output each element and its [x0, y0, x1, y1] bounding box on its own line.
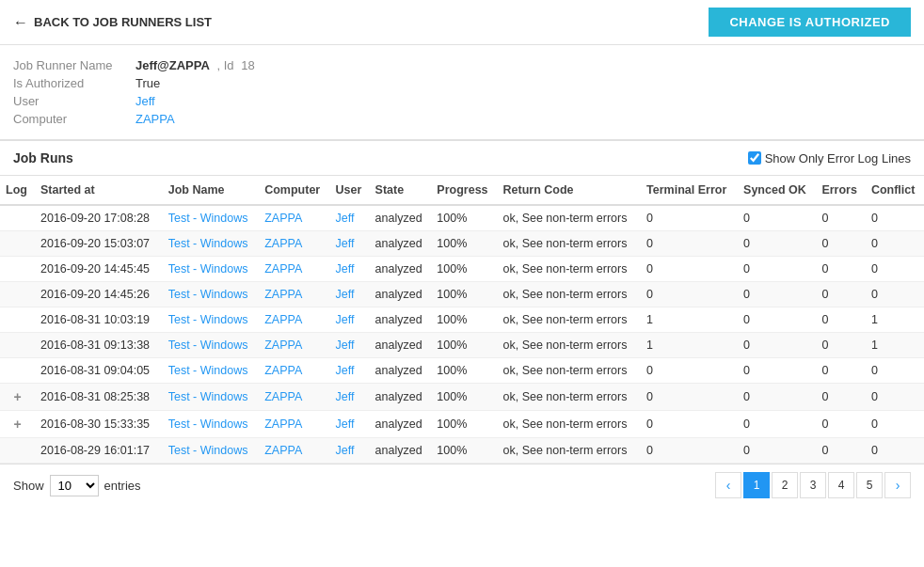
pagination-page-4[interactable]: 4: [828, 472, 854, 498]
table-footer: Show 10 25 50 100 entries ‹12345›: [0, 464, 924, 506]
td-job-name[interactable]: Test - Windows: [163, 205, 260, 231]
td-job-name-link[interactable]: Test - Windows: [168, 444, 248, 457]
pagination-page-1[interactable]: 1: [743, 472, 770, 498]
td-job-name-link[interactable]: Test - Windows: [168, 313, 248, 326]
td-return-code: ok, See non-term errors: [497, 411, 641, 438]
runner-name-value: Jeff@ZAPPA , Id 18: [135, 58, 255, 72]
td-job-name-link[interactable]: Test - Windows: [168, 288, 248, 301]
user-link[interactable]: Jeff: [135, 94, 155, 108]
td-return-code: ok, See non-term errors: [497, 307, 641, 333]
td-job-name[interactable]: Test - Windows: [163, 384, 260, 411]
td-errors: 0: [816, 231, 865, 257]
td-user[interactable]: Jeff: [329, 384, 369, 411]
td-user[interactable]: Jeff: [329, 205, 369, 231]
td-user[interactable]: Jeff: [329, 282, 369, 307]
td-job-name-link[interactable]: Test - Windows: [168, 417, 248, 431]
td-user-link[interactable]: Jeff: [335, 262, 354, 276]
td-progress: 100%: [431, 282, 497, 307]
td-log[interactable]: +: [0, 384, 35, 411]
td-computer-link[interactable]: ZAPPA: [264, 313, 302, 326]
td-job-name[interactable]: Test - Windows: [163, 257, 260, 282]
td-started-at: 2016-08-29 16:01:17: [35, 438, 163, 464]
td-errors: 0: [816, 438, 865, 464]
td-computer[interactable]: ZAPPA: [259, 282, 329, 307]
td-computer-link[interactable]: ZAPPA: [264, 444, 302, 457]
td-computer[interactable]: ZAPPA: [259, 231, 329, 257]
td-job-name[interactable]: Test - Windows: [163, 358, 260, 384]
td-job-name[interactable]: Test - Windows: [163, 333, 260, 358]
col-return-code: Return Code: [497, 176, 641, 205]
td-user[interactable]: Jeff: [329, 411, 369, 438]
td-user-link[interactable]: Jeff: [335, 212, 354, 225]
td-return-code: ok, See non-term errors: [497, 333, 641, 358]
td-computer[interactable]: ZAPPA: [259, 307, 329, 333]
user-label: User: [13, 94, 135, 108]
pagination-page-3[interactable]: 3: [800, 472, 826, 498]
td-computer-link[interactable]: ZAPPA: [264, 288, 302, 301]
pagination-prev[interactable]: ‹: [715, 472, 741, 498]
td-job-name-link[interactable]: Test - Windows: [168, 364, 248, 377]
change-authorized-button[interactable]: CHANGE IS AUTHORIZED: [709, 8, 911, 37]
td-terminal-error: 0: [641, 438, 738, 464]
td-job-name[interactable]: Test - Windows: [163, 307, 260, 333]
td-computer[interactable]: ZAPPA: [259, 205, 329, 231]
td-synced-ok: 0: [738, 333, 816, 358]
td-job-name-link[interactable]: Test - Windows: [168, 262, 248, 276]
td-job-name[interactable]: Test - Windows: [163, 282, 260, 307]
td-user[interactable]: Jeff: [329, 358, 369, 384]
td-user[interactable]: Jeff: [329, 231, 369, 257]
entries-select[interactable]: 10 25 50 100: [50, 475, 99, 496]
td-computer-link[interactable]: ZAPPA: [264, 237, 302, 250]
td-user-link[interactable]: Jeff: [335, 444, 354, 457]
td-job-name-link[interactable]: Test - Windows: [168, 237, 248, 250]
pagination-next[interactable]: ›: [884, 472, 911, 498]
col-synced-ok: Synced OK: [738, 176, 816, 205]
td-job-name[interactable]: Test - Windows: [163, 231, 260, 257]
td-computer-link[interactable]: ZAPPA: [264, 364, 302, 377]
td-progress: 100%: [431, 358, 497, 384]
td-user-link[interactable]: Jeff: [335, 339, 354, 352]
td-computer[interactable]: ZAPPA: [259, 257, 329, 282]
pagination-page-5[interactable]: 5: [856, 472, 883, 498]
td-user-link[interactable]: Jeff: [335, 364, 354, 377]
show-errors-label[interactable]: Show Only Error Log Lines: [748, 151, 911, 165]
td-user-link[interactable]: Jeff: [335, 313, 354, 326]
td-conflict: 0: [866, 205, 924, 231]
pagination-page-2[interactable]: 2: [772, 472, 798, 498]
td-state: analyzed: [370, 231, 432, 257]
td-computer-link[interactable]: ZAPPA: [264, 339, 302, 352]
td-computer-link[interactable]: ZAPPA: [264, 262, 302, 276]
td-user-link[interactable]: Jeff: [335, 288, 354, 301]
td-user[interactable]: Jeff: [329, 307, 369, 333]
td-computer[interactable]: ZAPPA: [259, 384, 329, 411]
td-computer[interactable]: ZAPPA: [259, 358, 329, 384]
show-entries: Show 10 25 50 100 entries: [13, 475, 141, 496]
td-job-name-link[interactable]: Test - Windows: [168, 390, 248, 403]
td-user[interactable]: Jeff: [329, 333, 369, 358]
td-computer-link[interactable]: ZAPPA: [264, 417, 302, 431]
back-link[interactable]: ← BACK TO JOB RUNNERS LIST: [13, 14, 212, 31]
td-computer[interactable]: ZAPPA: [259, 438, 329, 464]
td-progress: 100%: [431, 333, 497, 358]
td-synced-ok: 0: [738, 358, 816, 384]
td-user[interactable]: Jeff: [329, 438, 369, 464]
td-job-name[interactable]: Test - Windows: [163, 411, 260, 438]
td-computer-link[interactable]: ZAPPA: [264, 390, 302, 403]
show-errors-checkbox[interactable]: [748, 151, 761, 165]
td-computer[interactable]: ZAPPA: [259, 333, 329, 358]
td-user-link[interactable]: Jeff: [335, 237, 354, 250]
td-user[interactable]: Jeff: [329, 257, 369, 282]
td-user-link[interactable]: Jeff: [335, 417, 354, 431]
td-progress: 100%: [431, 384, 497, 411]
td-log[interactable]: +: [0, 411, 35, 438]
td-computer-link[interactable]: ZAPPA: [264, 212, 302, 225]
computer-link[interactable]: ZAPPA: [135, 112, 175, 126]
td-job-name-link[interactable]: Test - Windows: [168, 212, 248, 225]
td-errors: 0: [816, 411, 865, 438]
td-job-name[interactable]: Test - Windows: [163, 438, 260, 464]
td-user-link[interactable]: Jeff: [335, 390, 354, 403]
td-terminal-error: 0: [641, 257, 738, 282]
td-computer[interactable]: ZAPPA: [259, 411, 329, 438]
td-job-name-link[interactable]: Test - Windows: [168, 339, 248, 352]
table-row: 2016-08-31 09:04:05Test - WindowsZAPPAJe…: [0, 358, 924, 384]
